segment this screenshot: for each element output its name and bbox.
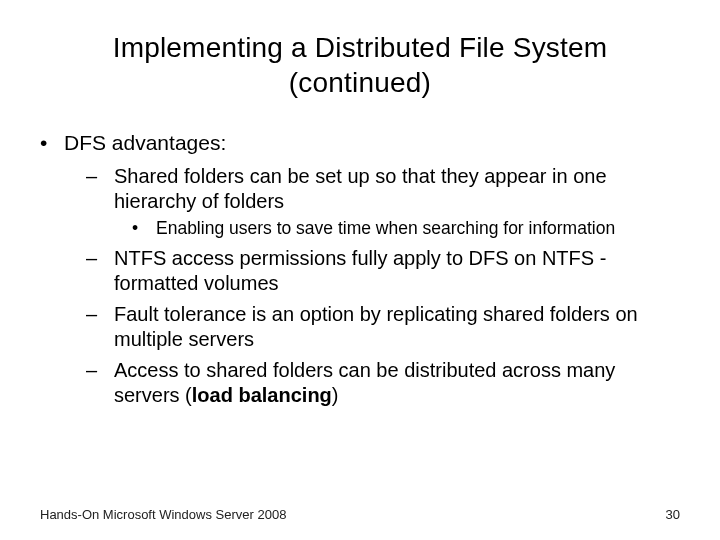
bold-term: load balancing: [192, 384, 332, 406]
bullet-dash-icon: –: [86, 164, 104, 214]
bullet-dash-icon: –: [86, 358, 104, 408]
list-item: – Access to shared folders can be distri…: [86, 358, 680, 408]
list-item: – Shared folders can be set up so that t…: [86, 164, 680, 214]
list-item-text: Enabling users to save time when searchi…: [156, 218, 680, 240]
slide-body: • DFS advantages: – Shared folders can b…: [40, 130, 680, 408]
footer-book-title: Hands-On Microsoft Windows Server 2008: [40, 507, 286, 522]
list-item: • DFS advantages:: [40, 130, 680, 156]
bullet-dash-icon: –: [86, 302, 104, 352]
slide-footer: Hands-On Microsoft Windows Server 2008 3…: [40, 507, 680, 522]
footer-page-number: 30: [666, 507, 680, 522]
list-item-text: Shared folders can be set up so that the…: [114, 164, 680, 214]
list-item: • Enabling users to save time when searc…: [132, 218, 680, 240]
list-item-text-part: Access to shared folders can be distribu…: [114, 359, 615, 406]
slide-title: Implementing a Distributed File System (…: [80, 30, 640, 100]
list-item-text: DFS advantages:: [64, 130, 680, 156]
list-item-text-part: ): [332, 384, 339, 406]
list-item-text: Access to shared folders can be distribu…: [114, 358, 680, 408]
bullet-dot-icon: •: [132, 218, 146, 240]
bullet-dot-icon: •: [40, 130, 54, 156]
bullet-dash-icon: –: [86, 246, 104, 296]
list-item-text: NTFS access permissions fully apply to D…: [114, 246, 680, 296]
list-item-text: Fault tolerance is an option by replicat…: [114, 302, 680, 352]
list-item: – Fault tolerance is an option by replic…: [86, 302, 680, 352]
list-item: – NTFS access permissions fully apply to…: [86, 246, 680, 296]
